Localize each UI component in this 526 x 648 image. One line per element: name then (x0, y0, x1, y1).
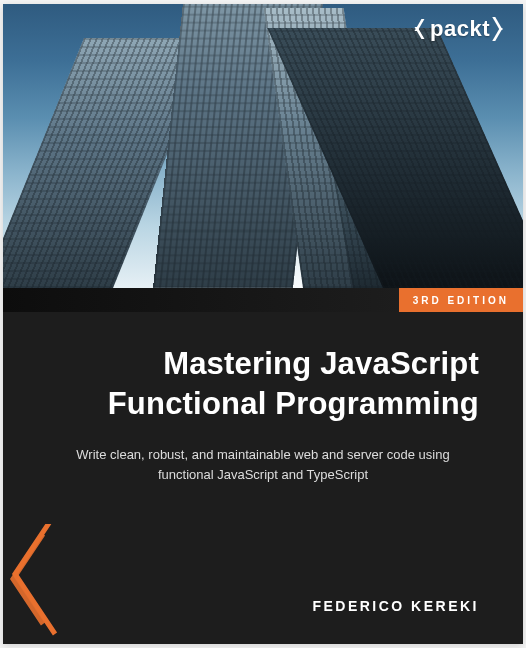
publisher-name: packt (430, 16, 490, 42)
text-block: Mastering JavaScript Functional Programm… (3, 344, 523, 486)
angle-close-icon (493, 18, 503, 40)
book-cover: packt 3RD EDITION Mastering JavaScript F… (3, 4, 523, 644)
edition-row: 3RD EDITION (3, 288, 523, 312)
title-line-2: Functional Programming (47, 384, 479, 424)
hero-image: packt (3, 4, 523, 288)
book-subtitle: Write clean, robust, and maintainable we… (47, 445, 479, 485)
angle-open-icon (414, 19, 426, 39)
author-name: FEDERICO KEREKI (312, 598, 479, 614)
edition-badge: 3RD EDITION (399, 288, 523, 312)
book-title: Mastering JavaScript Functional Programm… (47, 344, 479, 423)
publisher-logo: packt (414, 16, 503, 42)
chevron-decoration-icon (3, 524, 93, 644)
title-line-1: Mastering JavaScript (47, 344, 479, 384)
